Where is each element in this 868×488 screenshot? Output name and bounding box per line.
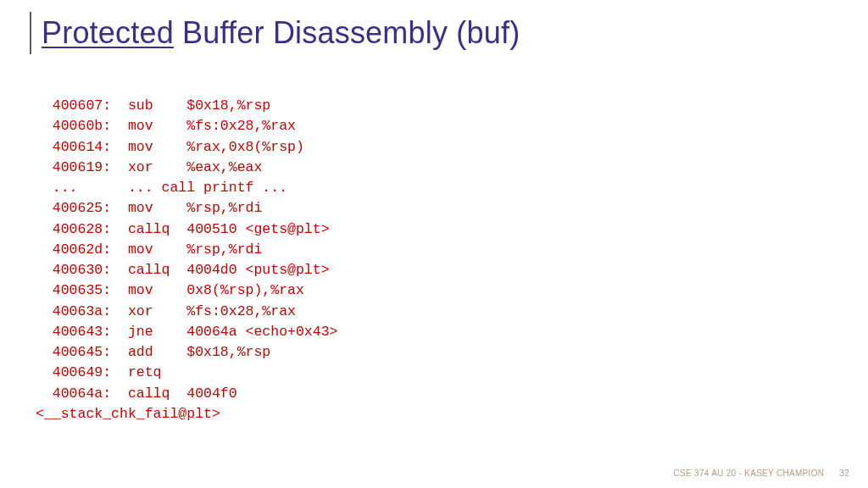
title-underlined: Protected [42, 15, 174, 50]
title-bar: Protected Buffer Disassembly (buf) [30, 12, 520, 54]
slide-title: Protected Buffer Disassembly (buf) [42, 15, 520, 51]
title-rest: Buffer Disassembly (buf) [174, 15, 520, 50]
page-number: 32 [839, 469, 849, 478]
disassembly-code: 400607: sub $0x18,%rsp 40060b: mov %fs:0… [36, 96, 337, 424]
slide-footer: CSE 374 AU 20 - KASEY CHAMPION32 [673, 469, 849, 478]
footer-text: CSE 374 AU 20 - KASEY CHAMPION [673, 469, 824, 478]
